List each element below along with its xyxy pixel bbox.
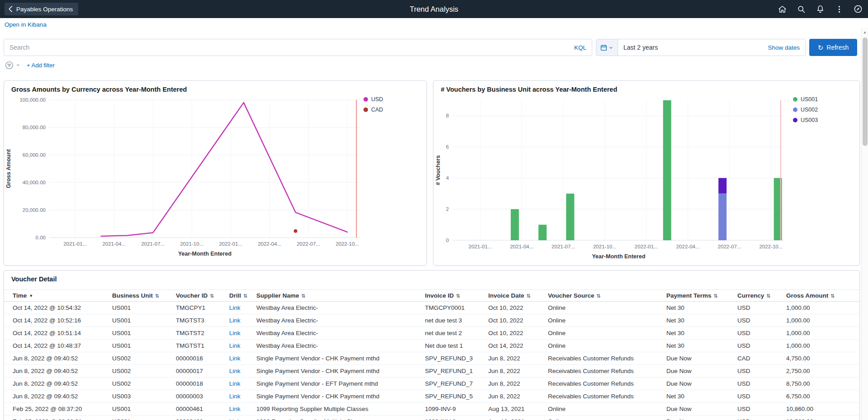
cell-drill: Link [226, 302, 253, 314]
cell-invoice-date: Jun 8, 2022 [485, 378, 544, 390]
navbar-button[interactable] [850, 1, 866, 17]
gross-amounts-chart-panel: Gross Amounts by Currency across Year-Mo… [4, 80, 427, 266]
voucher-table: Time▼Business Unit⇅Voucher ID⇅Drill⇅Supp… [4, 289, 859, 420]
legend-item-us002[interactable]: US002 [793, 107, 818, 113]
drill-link[interactable]: Link [229, 330, 241, 336]
drill-link[interactable]: Link [229, 342, 241, 349]
time-range-value[interactable]: Last 2 years [618, 44, 768, 51]
us002-bar [718, 194, 726, 240]
sortable-icon: ⇅ [714, 293, 718, 299]
back-button[interactable]: Payables Operations [5, 3, 78, 15]
refresh-button-label: Refresh [826, 44, 849, 51]
cell-drill: Link [226, 415, 253, 420]
cell-invoice-id: 1099-INV-9 [421, 403, 485, 415]
cell-gross-amount: 10,860.00 [783, 403, 859, 415]
column-header-voucher-source[interactable]: Voucher Source⇅ [544, 290, 663, 302]
legend-dot-icon [793, 107, 797, 112]
column-header-invoice-date[interactable]: Invoice Date⇅ [485, 290, 544, 302]
global-search-button[interactable] [793, 1, 809, 17]
legend-dot-icon [363, 97, 368, 102]
legend-label: US001 [801, 96, 818, 103]
open-in-kibana-link[interactable]: Open in Kibana [5, 21, 47, 28]
y-tick-label: 6 [446, 144, 449, 149]
drill-link[interactable]: Link [229, 368, 241, 374]
cell-voucher-source: Online [544, 403, 663, 415]
cell-gross-amount: 1,000.00 [783, 340, 859, 352]
cell-time: Oct 14, 2022 @ 10:48:37 [4, 340, 108, 352]
cell-business-unit: US001 [108, 340, 172, 352]
x-axis-title: Year-Month Entered [592, 253, 645, 260]
drill-link[interactable]: Link [229, 380, 241, 387]
column-header-payment-terms[interactable]: Payment Terms⇅ [663, 290, 734, 302]
scrollbar-up-arrow[interactable]: ▲ [862, 28, 868, 34]
scrollbar-thumb[interactable] [863, 37, 868, 146]
column-label: Invoice Date [488, 292, 524, 299]
cell-voucher-source: Online [544, 314, 663, 327]
legend-item-cad[interactable]: CAD [363, 107, 383, 113]
cell-voucher-id: 00000462 [172, 415, 226, 420]
home-button[interactable] [774, 1, 790, 17]
us001-bar [566, 194, 574, 240]
filter-options-icon [5, 61, 14, 70]
trend-analysis-page: Payables Operations Trend Analysis Open … [0, 0, 868, 420]
cell-payment-terms: Net 30 [663, 327, 734, 340]
cell-invoice-id: 1099-INV-8 [421, 415, 485, 420]
kql-label[interactable]: KQL [574, 44, 586, 51]
cell-business-unit: US001 [108, 327, 172, 340]
search-input[interactable] [4, 39, 592, 56]
table-row: Jun 8, 2022 @ 09:40:52US00300000003LinkS… [4, 390, 859, 403]
legend-item-us003[interactable]: US003 [793, 117, 818, 123]
column-header-currency[interactable]: Currency⇅ [734, 290, 783, 302]
cell-supplier-name: Single Payment Vendor - CHK Payment mthd [253, 352, 421, 365]
show-dates-link[interactable]: Show dates [768, 44, 805, 51]
column-header-supplier-name[interactable]: Supplier Name⇅ [253, 290, 421, 302]
cell-business-unit: US001 [108, 302, 172, 314]
column-label: Currency [737, 292, 764, 299]
x-tick-label: 2021-04... [102, 241, 126, 247]
calendar-dropdown-button[interactable] [596, 39, 618, 56]
cell-payment-terms: Due Now [663, 365, 734, 378]
table-row: Oct 14, 2022 @ 10:52:16US001TMGTST3LinkW… [4, 314, 859, 327]
cell-payment-terms: Net 30 [663, 340, 734, 352]
drill-link[interactable]: Link [229, 317, 241, 324]
column-label: Gross Amount [786, 292, 828, 299]
column-header-voucher-id[interactable]: Voucher ID⇅ [172, 290, 226, 302]
column-label: Business Unit [112, 292, 153, 299]
column-label: Voucher Source [548, 292, 594, 299]
y-tick-label: 60,000.00 [23, 152, 46, 158]
cell-gross-amount: 10,560.00 [783, 415, 859, 420]
drill-link[interactable]: Link [229, 355, 241, 362]
sortable-icon: ⇅ [155, 293, 159, 299]
actions-menu-button[interactable] [831, 1, 847, 17]
cell-currency: USD [734, 365, 783, 378]
column-header-time[interactable]: Time▼ [4, 290, 108, 302]
cell-drill: Link [226, 314, 253, 327]
cell-supplier-name: Single Payment Vendor - CHK Payment mthd [253, 365, 421, 378]
legend-item-usd[interactable]: USD [363, 96, 383, 103]
column-header-gross-amount[interactable]: Gross Amount⇅ [783, 290, 859, 302]
add-filter-link[interactable]: + Add filter [27, 62, 55, 69]
cell-invoice-id: SPV_REFUND_3 [421, 352, 485, 365]
date-picker: Last 2 years Show dates [596, 39, 806, 56]
cell-time: Jun 8, 2022 @ 09:40:52 [4, 352, 108, 365]
legend-item-us001[interactable]: US001 [793, 96, 818, 103]
column-header-invoice-id[interactable]: Invoice ID⇅ [421, 290, 485, 302]
cell-voucher-source: Online [544, 302, 663, 314]
sortable-icon: ⇅ [243, 293, 247, 299]
currency-legend: USDCAD [363, 96, 383, 113]
filter-options-button[interactable] [5, 61, 14, 70]
drill-link[interactable]: Link [229, 304, 241, 311]
sortable-icon: ⇅ [210, 293, 214, 299]
sortable-icon: ⇅ [456, 293, 460, 299]
page-scrollbar[interactable]: ▲ [861, 28, 868, 420]
column-header-drill[interactable]: Drill⇅ [226, 290, 253, 302]
vouchers-chart-title: # Vouchers by Business Unit across Year-… [441, 86, 617, 93]
column-header-business-unit[interactable]: Business Unit⇅ [108, 290, 172, 302]
cell-invoice-date: Oct 14, 2022 [485, 340, 544, 352]
notifications-button[interactable] [812, 1, 828, 17]
drill-link[interactable]: Link [229, 406, 241, 412]
drill-link[interactable]: Link [229, 418, 241, 420]
drill-link[interactable]: Link [229, 393, 241, 400]
refresh-button[interactable]: ↻ Refresh [809, 39, 857, 56]
cell-voucher-source: Online [544, 327, 663, 340]
